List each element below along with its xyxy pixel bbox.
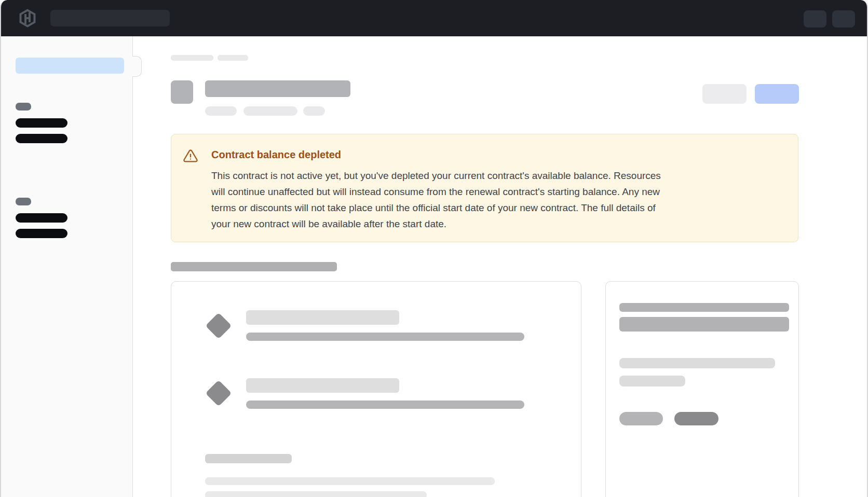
item-title-skeleton xyxy=(246,378,399,393)
page-meta-badge-skeleton xyxy=(243,106,297,116)
card-footer-text-skeleton xyxy=(205,491,427,497)
summary-text-skeleton xyxy=(619,358,775,368)
sidebar xyxy=(1,36,133,497)
sidebar-item-skeleton[interactable] xyxy=(16,118,67,128)
section-title-skeleton xyxy=(171,262,337,271)
page-title-skeleton xyxy=(205,80,350,97)
navbar-button-help[interactable] xyxy=(804,10,826,27)
sidebar-group-label-skeleton xyxy=(16,103,31,111)
diamond-item-icon xyxy=(206,313,232,339)
sidebar-group-label-skeleton xyxy=(16,198,31,205)
hashicorp-logo-icon xyxy=(18,8,37,28)
primary-action-button[interactable] xyxy=(755,84,799,104)
sidebar-item-skeleton[interactable] xyxy=(16,229,67,238)
alert-title: Contract balance depleted xyxy=(211,148,782,161)
items-list-card xyxy=(171,281,581,497)
breadcrumb-skeleton[interactable] xyxy=(171,55,213,61)
alert-content: Contract balance depleted This contract … xyxy=(211,148,782,232)
sidebar-item-skeleton[interactable] xyxy=(16,134,67,143)
sidebar-collapse-handle[interactable] xyxy=(132,56,142,77)
global-search-input[interactable] xyxy=(50,10,170,26)
item-title-skeleton xyxy=(246,310,399,325)
page-meta-badge-skeleton xyxy=(205,106,237,116)
sidebar-item-skeleton[interactable] xyxy=(16,213,67,223)
alert-body-text: This contract is not active yet, but you… xyxy=(211,168,778,232)
card-footer-text-skeleton xyxy=(205,477,495,485)
page-meta-badge-skeleton xyxy=(303,106,325,116)
warning-triangle-icon xyxy=(183,148,198,163)
contract-warning-alert: Contract balance depleted This contract … xyxy=(171,134,798,242)
summary-secondary-button-skeleton[interactable] xyxy=(619,412,663,425)
item-subtitle-skeleton xyxy=(246,401,524,409)
navbar-button-account[interactable] xyxy=(832,10,855,27)
card-footer-label-skeleton xyxy=(205,454,292,463)
summary-text-skeleton xyxy=(619,376,685,386)
breadcrumb-skeleton[interactable] xyxy=(218,55,248,61)
summary-heading-skeleton xyxy=(619,303,789,312)
top-navbar xyxy=(1,0,867,36)
summary-heading-skeleton xyxy=(619,317,789,332)
summary-primary-button-skeleton[interactable] xyxy=(674,412,718,425)
summary-card xyxy=(605,281,799,497)
page-icon-skeleton xyxy=(171,80,193,104)
sidebar-active-item-skeleton[interactable] xyxy=(16,58,124,74)
diamond-item-icon xyxy=(206,380,232,407)
item-subtitle-skeleton xyxy=(246,333,524,341)
app-window: Contract balance depleted This contract … xyxy=(0,0,868,497)
secondary-action-button[interactable] xyxy=(702,84,747,104)
